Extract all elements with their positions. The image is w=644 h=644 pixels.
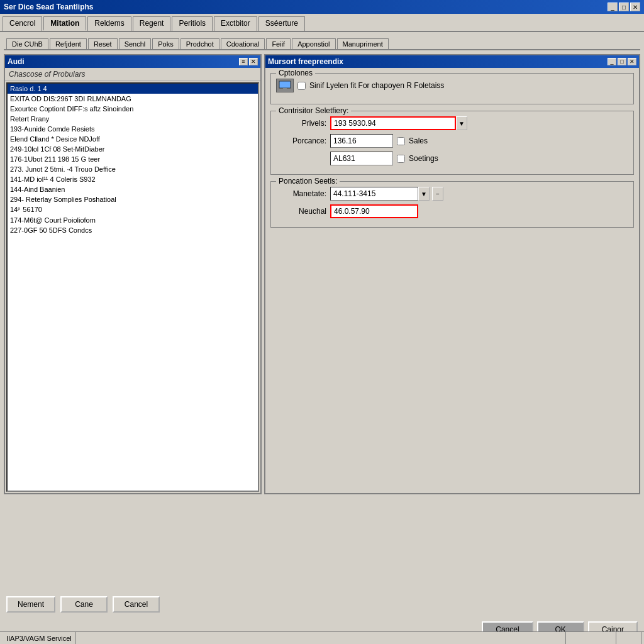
audi-titlebar-buttons: ≡ ✕: [239, 58, 258, 65]
porcance-row: Porcance: Sales: [276, 134, 628, 148]
main-tab-bar: Cencrol Mitation Reldems Regent Peritiol…: [0, 14, 644, 32]
list-item[interactable]: Exourtce Coptiont DIFF:s aftz Sinoinden: [8, 104, 258, 114]
maximize-button[interactable]: □: [619, 3, 629, 11]
manetate-dropdown-container: ▼ −: [330, 187, 443, 201]
checkbox-area: Sinif Lyelen fit For chapoyen R Foletais…: [276, 79, 628, 92]
list-item[interactable]: 193-Aunide Comde Resiets: [8, 124, 258, 134]
privels-label: Privels:: [276, 119, 326, 128]
audi-close-button[interactable]: ✕: [249, 58, 258, 65]
cptolones-label: Cptolones: [276, 69, 315, 77]
list-item[interactable]: 144-Aind Baanien: [8, 184, 258, 194]
sinif-checkbox[interactable]: [297, 82, 306, 90]
audi-window: Audi ≡ ✕ Chascose of Probulars Rasio d. …: [4, 54, 262, 494]
privels-row: Privels: ▼: [276, 116, 628, 130]
poncation-group: Poncation Seetls: Manetate: ▼ − Neuchal: [270, 181, 634, 228]
porcance-input[interactable]: [330, 134, 393, 148]
sinif-label: Sinif Lyelen fit For chapoyen R Foletais…: [309, 81, 444, 90]
subtab-reset[interactable]: Reset: [88, 38, 118, 49]
list-box[interactable]: Rasio d. 1 4 EXITA OD DIS:296T 3DI RLMNA…: [6, 82, 259, 492]
sales-label: Sales: [409, 136, 428, 145]
status-seg2: [76, 632, 566, 644]
audi-restore-button[interactable]: ≡: [239, 58, 248, 65]
list-item[interactable]: 141-MD iol¹¹ 4 Coleris S932: [8, 174, 258, 184]
subtab-cdoational[interactable]: Cdoational: [221, 38, 265, 49]
mursort-close-button[interactable]: ✕: [628, 58, 636, 65]
list-header: Chascose of Probulars: [5, 68, 260, 81]
app-title: Ser Dice Sead Teantliphs: [4, 3, 94, 11]
subtab-diecumb[interactable]: Die CUhB: [6, 38, 48, 49]
neuchal-row: Neuchal: [276, 204, 628, 218]
manetate-label: Manetate:: [276, 189, 326, 198]
mursort-window: Mursort freepreendix _ □ ✕ Cptolones: [264, 54, 640, 494]
svg-rect-0: [279, 81, 291, 88]
minimize-button[interactable]: _: [608, 3, 618, 11]
status-seg3: [566, 632, 616, 644]
cane-button[interactable]: Cane: [60, 596, 108, 613]
list-item[interactable]: 176-1Ubot 211 198 15 G teer: [8, 154, 258, 164]
close-button[interactable]: ✕: [630, 3, 640, 11]
status-seg4: [616, 632, 641, 644]
sub-tab-bar: Die CUhB Refjdent Reset Senchl Poks Prod…: [4, 36, 640, 50]
subtab-apponstiol[interactable]: Apponstiol: [292, 38, 335, 49]
monitor-icon: [276, 79, 294, 92]
subtab-feiif[interactable]: Feiif: [266, 38, 291, 49]
tab-regent[interactable]: Regent: [133, 16, 171, 31]
mursort-min-button[interactable]: _: [608, 58, 616, 65]
subtab-prodchot[interactable]: Prodchot: [180, 38, 219, 49]
mursort-title: Mursort freepreendix: [268, 57, 343, 66]
privels-dropdown-container: ▼: [330, 116, 467, 130]
tab-sseeerture[interactable]: Sséerture: [258, 16, 305, 31]
al-row: Soetings: [276, 152, 628, 165]
list-item[interactable]: 249-10lol 1Cf 08 Set·MitDiaber: [8, 144, 258, 154]
mursort-titlebar: Mursort freepreendix _ □ ✕: [265, 55, 639, 68]
svg-rect-2: [281, 89, 289, 90]
soetings-checkbox[interactable]: [397, 155, 405, 163]
content-area: Die CUhB Refjdent Reset Senchl Poks Prod…: [0, 32, 644, 498]
tab-reldems[interactable]: Reldems: [87, 16, 131, 31]
list-item[interactable]: EXITA OD DIS:296T 3DI RLMNANDAG: [8, 94, 258, 104]
tab-cencrol[interactable]: Cencrol: [3, 16, 42, 31]
tab-mitation[interactable]: Mitation: [43, 16, 86, 31]
manetate-minus-button[interactable]: −: [432, 187, 443, 201]
audi-title: Audi: [8, 57, 25, 66]
al-input[interactable]: [330, 152, 393, 165]
list-item[interactable]: 294- Reterlay Somplies Poshatioal: [8, 194, 258, 204]
porcance-label: Porcance:: [276, 136, 326, 145]
audi-titlebar: Audi ≡ ✕: [5, 55, 260, 68]
subtab-senchl[interactable]: Senchl: [119, 38, 152, 49]
contrisitor-group: Contrisitor Seletfiery: Privels: ▼ Porca…: [270, 111, 634, 175]
mursort-max-button[interactable]: □: [618, 58, 626, 65]
soetings-label: Soetings: [409, 154, 438, 163]
split-layout: Audi ≡ ✕ Chascose of Probulars Rasio d. …: [4, 54, 640, 494]
status-bar: IIAP3/VAGM Servicel: [0, 631, 644, 644]
subtab-manupriment[interactable]: Manupriment: [337, 38, 389, 49]
list-item[interactable]: 174-M6t@ Court Poioliofom: [8, 215, 258, 225]
list-item[interactable]: Rasio d. 1 4: [8, 84, 258, 94]
list-item[interactable]: 14ᵖ 56170: [8, 204, 258, 215]
list-item[interactable]: 227-0GF 50 5DFS Condcs: [8, 225, 258, 235]
svg-rect-1: [283, 88, 287, 89]
contrisitor-label: Contrisitor Seletfiery:: [276, 106, 351, 115]
neuchal-input[interactable]: [330, 204, 418, 218]
title-bar-buttons: _ □ ✕: [608, 3, 640, 11]
privels-input[interactable]: [330, 116, 456, 130]
bottom-buttons: Nement Cane Cancel: [6, 596, 160, 613]
mursort-titlebar-buttons: _ □ ✕: [608, 58, 636, 65]
cancel-bottom-button[interactable]: Cancel: [113, 596, 160, 613]
status-text: IIAP3/VAGM Servicel: [3, 632, 76, 644]
manetate-input[interactable]: [330, 187, 418, 201]
list-item[interactable]: Retert Rrany: [8, 114, 258, 124]
subtab-poks[interactable]: Poks: [152, 38, 179, 49]
manetate-dropdown-button[interactable]: ▼: [418, 187, 430, 201]
tab-exctbitor[interactable]: Exctbitor: [214, 16, 257, 31]
nement-button[interactable]: Nement: [6, 596, 55, 613]
subtab-refjdent[interactable]: Refjdent: [50, 38, 87, 49]
list-item[interactable]: 273. Junot 2 5tmi. ·4 Trouo Deffice: [8, 164, 258, 174]
mursort-content: Cptolones Sinif Lyelen fit For chapoyen …: [265, 68, 639, 493]
cptolones-group: Cptolones Sinif Lyelen fit For chapoyen …: [270, 73, 634, 104]
privels-dropdown-button[interactable]: ▼: [456, 116, 467, 130]
list-item[interactable]: Elend Clland * Desice NDJoff: [8, 134, 258, 144]
tab-peritiols[interactable]: Peritiols: [172, 16, 213, 31]
sales-checkbox[interactable]: [397, 137, 405, 145]
manetate-row: Manetate: ▼ −: [276, 187, 628, 201]
